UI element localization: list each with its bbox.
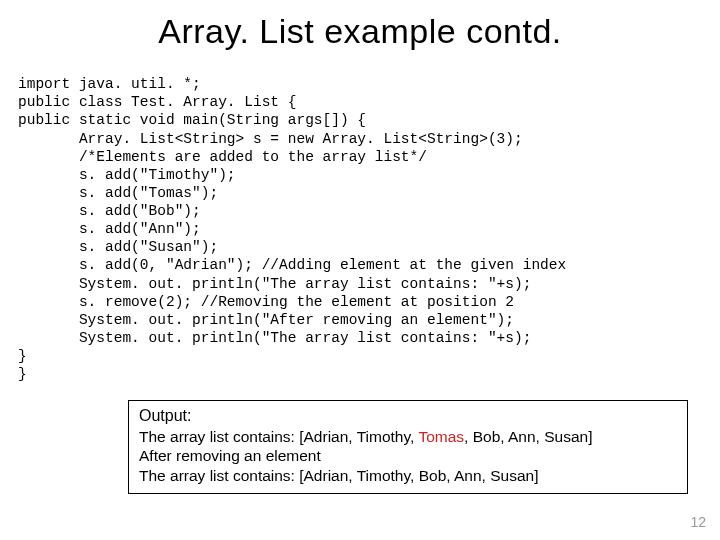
code-line: s. add(0, "Adrian"); //Adding element at… [18,257,566,273]
code-line: public class Test. Array. List { [18,94,296,110]
output-highlight: Tomas [418,428,464,445]
slide-title: Array. List example contd. [18,12,702,51]
output-box: Output: The array list contains: [Adrian… [128,400,688,494]
output-text: The array list contains: [Adrian, Timoth… [139,428,418,445]
code-line: System. out. println("The array list con… [18,276,531,292]
output-text: , Bob, Ann, Susan] [464,428,592,445]
output-line-3: The array list contains: [Adrian, Timoth… [139,466,677,485]
code-block: import java. util. *; public class Test.… [18,57,702,383]
code-line: /*Elements are added to the array list*/ [18,149,427,165]
code-line: public static void main(String args[]) { [18,112,366,128]
code-line: } [18,366,27,382]
code-line: import java. util. *; [18,76,201,92]
code-line: Array. List<String> s = new Array. List<… [18,131,523,147]
page-number: 12 [690,514,706,530]
code-line: } [18,348,27,364]
output-line-1: The array list contains: [Adrian, Timoth… [139,427,677,446]
output-label: Output: [139,407,677,425]
code-line: System. out. println("The array list con… [18,330,531,346]
code-line: s. add("Bob"); [18,203,201,219]
code-line: System. out. println("After removing an … [18,312,514,328]
slide: Array. List example contd. import java. … [0,0,720,540]
code-line: s. add("Tomas"); [18,185,218,201]
output-line-2: After removing an element [139,446,677,465]
code-line: s. add("Ann"); [18,221,201,237]
code-line: s. add("Susan"); [18,239,218,255]
code-line: s. add("Timothy"); [18,167,236,183]
code-line: s. remove(2); //Removing the element at … [18,294,514,310]
